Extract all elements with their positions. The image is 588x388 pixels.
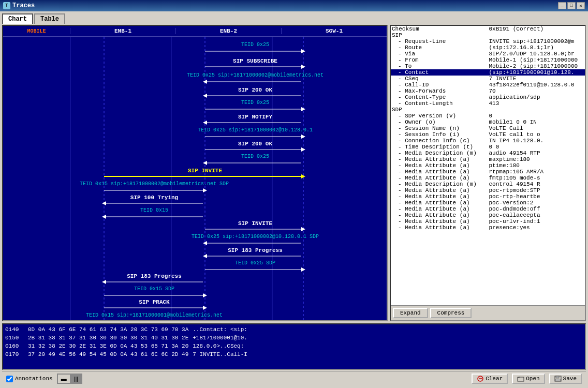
tree-key: - To <box>398 63 411 69</box>
annotations-input[interactable] <box>6 376 13 382</box>
logo: MOBILE <box>27 28 46 34</box>
compress-button[interactable]: Compress <box>430 308 472 318</box>
tree-key-cell: - Media Attribute (a) <box>391 169 488 175</box>
svg-text:TEID 0x25 sip:+18171000002@mob: TEID 0x25 sip:+18171000002@mobilemetrics… <box>187 72 324 78</box>
tree-row[interactable]: - Media Attribute (a)fmtp:105 mode-s <box>391 175 585 181</box>
tree-row[interactable]: - CSeq7 INVITE <box>391 76 585 82</box>
tree-val-cell: SIP/2.0/UDP 10.128.0.0;br <box>488 51 585 57</box>
tree-key: - Media Attribute (a) <box>398 175 470 181</box>
svg-text:TEID 0x25: TEID 0x25 <box>241 42 269 48</box>
chart-col-sgw1: SGW-1 <box>282 28 387 34</box>
hex-ascii: 7 INVITE..Call-I <box>193 350 247 359</box>
tree-key-cell: - Call-ID <box>391 82 488 88</box>
tree-key: - SDP Version (v) <box>398 113 456 119</box>
tree-key: Checksum <box>392 26 419 32</box>
tree-val-cell: 70 <box>488 88 585 94</box>
tree-key: - Time Description (t) <box>398 144 473 150</box>
tree-row[interactable]: - Connection Info (c)IN IP4 10.128.0. <box>391 138 585 144</box>
tree-row[interactable]: - Media Attribute (a)poc-rtpmode:STP <box>391 187 585 193</box>
tree-row[interactable]: - Media Attribute (a)maxptime:180 <box>391 156 585 162</box>
tree-row[interactable]: SIP <box>391 32 585 38</box>
tree-key-cell: - Via <box>391 51 488 57</box>
title-bar: T Traces _ □ ✕ <box>0 0 588 11</box>
open-icon <box>517 376 524 382</box>
svg-marker-41 <box>102 201 106 205</box>
toggle-btn-1[interactable]: ▬ <box>57 374 70 383</box>
tree-row[interactable]: - Request-LineINVITE sip:+18171000002@m <box>391 38 585 44</box>
tree-row[interactable]: - Owner (o)mobile1 0 0 IN <box>391 119 585 125</box>
tree-row[interactable]: - Content-Typeapplication/sdp <box>391 94 585 100</box>
svg-text:SIP SUBSCRIBE: SIP SUBSCRIBE <box>233 58 277 64</box>
clear-label: Clear <box>486 376 503 382</box>
expand-button[interactable]: Expand <box>393 308 428 318</box>
tab-table[interactable]: Table <box>34 13 65 24</box>
tree-key-cell: - From <box>391 57 488 63</box>
tree-row[interactable]: - Media Attribute (a)rtpmap:105 AMR/A <box>391 169 585 175</box>
tree-val-cell: IN IP4 10.128.0. <box>488 138 585 144</box>
tree-row[interactable]: - Content-Length413 <box>391 100 585 107</box>
tree-val-cell: ptime:180 <box>488 162 585 169</box>
tree-row[interactable]: - SDP Version (v)0 <box>391 113 585 119</box>
svg-text:SIP 183 Progress: SIP 183 Progress <box>127 273 182 279</box>
tree-row[interactable]: - FromMobile-1 (sip:+18171000000 <box>391 57 585 63</box>
svg-marker-59 <box>102 280 106 284</box>
tree-row[interactable]: - Contact(sip:+18171000001@10.128. <box>391 69 585 76</box>
tree-val-cell: VoLTE call to o <box>488 131 585 138</box>
tree-row[interactable]: - ViaSIP/2.0/UDP 10.128.0.0;br <box>391 51 585 57</box>
tree-key-cell: - Route <box>391 44 488 51</box>
tree-row[interactable]: - Media Attribute (a)poc-dndmode:off <box>391 206 585 212</box>
open-button[interactable]: Open <box>512 374 545 384</box>
tree-key: - Media Attribute (a) <box>398 212 470 218</box>
tree-val-cell: (sip:+18171000001@10.128. <box>488 69 585 76</box>
tree-row[interactable]: - Media Attribute (a)ptime:180 <box>391 162 585 169</box>
chart-col-enb2: ENB-2 <box>176 28 282 34</box>
content-row: MOBILE ENB-1 ENB-2 SGW-1 <box>2 25 586 321</box>
tree-key-cell: - Media Description (m) <box>391 150 488 156</box>
tree-key-cell: - Content-Type <box>391 94 488 100</box>
tree-key-cell: - CSeq <box>391 76 488 82</box>
tree-row[interactable]: - Max-Forwards70 <box>391 88 585 94</box>
tree-row[interactable]: - Session Name (n)VoLTE Call <box>391 125 585 131</box>
annotations-checkbox[interactable]: Annotations <box>6 376 53 382</box>
hex-ascii: +18171000001@10. <box>193 334 247 342</box>
maximize-button[interactable]: □ <box>567 2 576 9</box>
tree-key-cell: - Session Name (n) <box>391 125 488 131</box>
tree-row[interactable]: - Call-ID43f18422ef0119@10.128.0.0 <box>391 82 585 88</box>
chart-scroll-area[interactable]: TEID 0x25 SIP SUBSCRIBE TEID 0x25 sip:+1… <box>3 37 387 320</box>
tree-row[interactable]: - Media Attribute (a)poc-callaccepta <box>391 212 585 218</box>
save-button[interactable]: Save <box>549 374 582 384</box>
window-title: Traces <box>12 2 558 9</box>
tree-row[interactable]: - Route(sip:172.16.8.1;lr) <box>391 44 585 51</box>
tree-row[interactable]: - Media Attribute (a)poc-urlvr-ind:1 <box>391 218 585 225</box>
tree-row[interactable]: - ToMobile-2 (sip:+18171000000 <box>391 63 585 69</box>
tab-chart[interactable]: Chart <box>2 13 33 24</box>
tree-val-cell: 43f18422ef0119@10.128.0.0 <box>488 82 585 88</box>
tree-val-cell: 0xB191 (Correct) <box>488 26 585 32</box>
svg-marker-17 <box>203 94 207 98</box>
tree-row[interactable]: Checksum0xB191 (Correct) <box>391 26 585 32</box>
tree-key: - Request-Line <box>398 38 446 44</box>
hex-line: 01400D 0A 43 6F 6E 74 61 63 74 3A 20 3C … <box>5 325 583 334</box>
window-controls[interactable]: _ □ ✕ <box>558 2 585 9</box>
toggle-btn-2[interactable]: ||| <box>70 374 82 383</box>
minimize-button[interactable]: _ <box>558 2 566 9</box>
tree-val-cell: 0 <box>488 113 585 119</box>
tree-row[interactable]: - Time Description (t)0 0 <box>391 144 585 150</box>
tree-row[interactable]: - Media Attribute (a)poc-version:2 <box>391 200 585 206</box>
tree-row[interactable]: - Media Attribute (a)poc-rtp-heartbe <box>391 193 585 200</box>
tree-scroll[interactable]: Checksum0xB191 (Correct)SIP- Request-Lin… <box>391 26 585 305</box>
tree-row[interactable]: - Media Description (m)audio 49154 RTP <box>391 150 585 156</box>
close-button[interactable]: ✕ <box>577 2 585 9</box>
tree-key: - Connection Info (c) <box>398 138 470 144</box>
tree-val-cell: poc-rtpmode:STP <box>488 187 585 193</box>
tree-row[interactable]: - Media Description (m)control 49154 R <box>391 181 585 187</box>
tree-row[interactable]: - Media Attribute (a)presence:yes <box>391 225 585 231</box>
clear-button[interactable]: Clear <box>472 374 508 384</box>
tree-row[interactable]: SDP <box>391 107 585 113</box>
tree-key-cell: - Content-Length <box>391 100 488 107</box>
hex-offset: 0160 <box>5 342 24 350</box>
tree-key-cell: - Session Info (i) <box>391 131 488 138</box>
tree-key-cell: - SDP Version (v) <box>391 113 488 119</box>
tree-row[interactable]: - Session Info (i)VoLTE call to o <box>391 131 585 138</box>
tree-key: - Media Attribute (a) <box>398 193 470 200</box>
